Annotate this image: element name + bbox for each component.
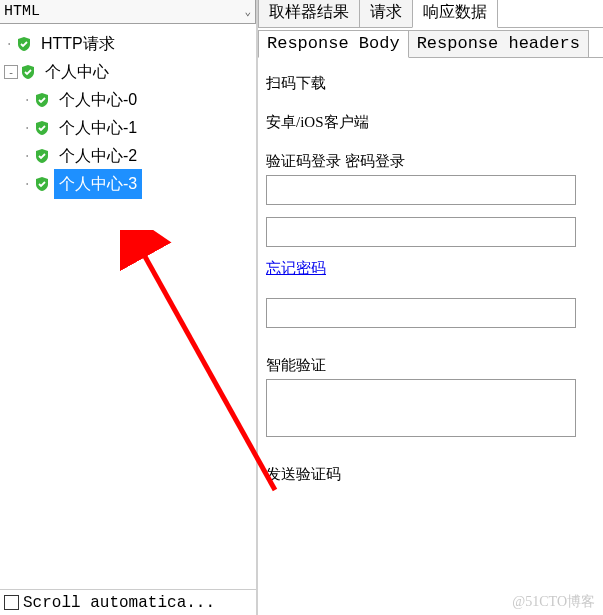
tree-item-personal-center-3[interactable]: ⋅ 个人中心-3 — [4, 170, 256, 198]
response-input-box — [266, 175, 576, 205]
tree-item-personal-center-1[interactable]: ⋅ 个人中心-1 — [4, 114, 256, 142]
tree-connector: ⋅ — [22, 86, 32, 114]
collapse-icon[interactable]: - — [4, 65, 18, 79]
response-text: 发送验证码 — [266, 465, 595, 484]
main-tabs: 取样器结果 请求 响应数据 — [258, 0, 603, 28]
sub-tabs: Response Body Response headers — [258, 28, 603, 58]
tree-item-personal-center-0[interactable]: ⋅ 个人中心-0 — [4, 86, 256, 114]
view-mode-dropdown[interactable]: HTML ⌄ — [0, 0, 256, 24]
tree-connector: ⋅ — [22, 170, 32, 198]
tree-item-label: HTTP请求 — [36, 29, 120, 59]
subtab-response-headers[interactable]: Response headers — [408, 30, 589, 57]
subtab-response-body[interactable]: Response Body — [258, 30, 409, 58]
chevron-down-icon: ⌄ — [244, 5, 251, 18]
response-input-box — [266, 379, 576, 437]
forgot-password-link[interactable]: 忘记密码 — [266, 260, 326, 276]
success-icon — [34, 176, 50, 192]
scroll-auto-checkbox-row[interactable]: Scroll automatica... — [0, 589, 256, 615]
tab-response-data[interactable]: 响应数据 — [412, 0, 498, 28]
tree-connector: ⋅ — [22, 142, 32, 170]
tree-item-label: 个人中心-0 — [54, 85, 142, 115]
tree-item-personal-center-2[interactable]: ⋅ 个人中心-2 — [4, 142, 256, 170]
response-text: 验证码登录 密码登录 — [266, 152, 595, 171]
tree-item-label: 个人中心-3 — [54, 169, 142, 199]
success-icon — [16, 36, 32, 52]
tree-item-label: 个人中心-2 — [54, 141, 142, 171]
tree-connector: ⋅ — [22, 114, 32, 142]
watermark: @51CTO博客 — [512, 593, 595, 611]
success-icon — [20, 64, 36, 80]
success-icon — [34, 148, 50, 164]
tree-item-label: 个人中心-1 — [54, 113, 142, 143]
response-text: 扫码下载 — [266, 74, 595, 93]
scroll-auto-label: Scroll automatica... — [23, 594, 215, 612]
tab-sampler-result[interactable]: 取样器结果 — [258, 0, 360, 27]
response-text: 安卓/iOS客户端 — [266, 113, 595, 132]
response-input-box — [266, 298, 576, 328]
tree-item-label: 个人中心 — [40, 57, 114, 87]
checkbox-unchecked-icon[interactable] — [4, 595, 19, 610]
tab-request[interactable]: 请求 — [359, 0, 413, 27]
tree-connector: ⋅ — [4, 30, 14, 58]
tree-item-http-request[interactable]: ⋅ HTTP请求 — [4, 30, 256, 58]
response-text: 智能验证 — [266, 356, 595, 375]
results-tree: ⋅ HTTP请求 - 个人中心 ⋅ 个人中心 — [0, 24, 256, 589]
tree-item-personal-center[interactable]: - 个人中心 — [4, 58, 256, 86]
response-body-panel[interactable]: 扫码下载 安卓/iOS客户端 验证码登录 密码登录 忘记密码 智能验证 发送验证… — [258, 58, 603, 615]
dropdown-label: HTML — [4, 3, 40, 20]
response-input-box — [266, 217, 576, 247]
success-icon — [34, 92, 50, 108]
success-icon — [34, 120, 50, 136]
